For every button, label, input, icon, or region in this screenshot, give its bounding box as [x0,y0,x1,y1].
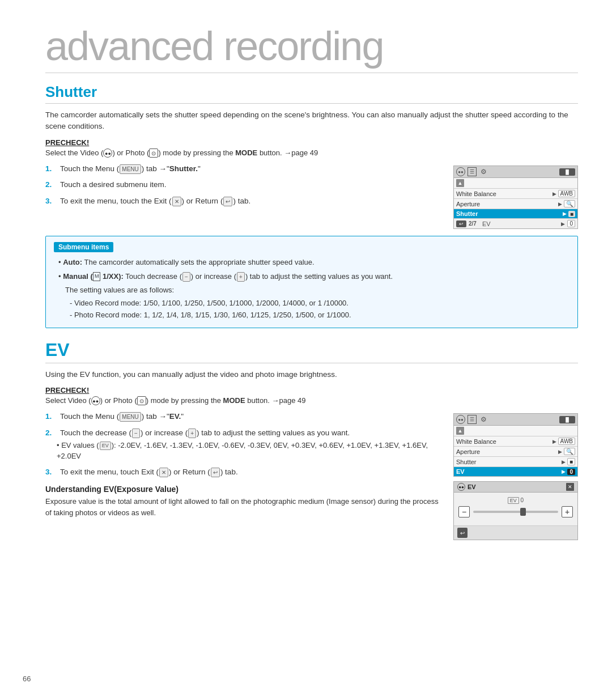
up-btn: ▲ [456,179,464,187]
aperture-arrow: ▶ [558,201,562,207]
precheck-mode-bold: MODE [235,149,257,157]
submenu-manual-bold: Manual (M 1/XX): [63,272,124,281]
aperture-value: 🔍 [564,200,575,207]
decrease-icon: − [182,272,190,282]
list-icon: ☰ [468,167,477,176]
ev-slider-track[interactable] [473,511,558,513]
gear-icon: ⚙ [479,167,488,176]
shutter-steps-container: 1. Touch the Menu (MENU) tab →"Shutter."… [45,163,578,229]
ev-minus-button[interactable]: − [458,506,470,517]
increase-icon: + [237,272,245,282]
white-balance-arrow: ▶ [552,191,556,197]
ev-aperture-value: 🔍 [564,448,575,455]
ev-step-3-text: To exit the menu, touch Exit (✕) or Retu… [60,466,238,478]
ev-video-icon: ●● [456,415,465,424]
ev-step-2-text: Touch the decrease (−) or increase (+) t… [60,427,350,439]
ui-shutter-row-active: Shutter ▶ ■ [454,209,577,219]
ev-shutter-value: ■ [567,458,575,465]
ev-gear-icon: ⚙ [479,415,488,424]
shutter-precheck-text: Select the Video (●●) or Photo (⊙) mode … [45,149,578,158]
ev-value: 0 [567,220,575,227]
ev-precheck-mode-bold: MODE [223,396,245,405]
ev-slider-icon-label: EV 0 [458,497,573,504]
exit-icon: ✕ [172,197,181,206]
ev-slider-back-btn[interactable]: ↩ [457,528,468,538]
ev-ui-screenshot-1: ●● ☰ ⚙ ▐▌ ▲ White Balance ▶ AWB Aperture… [453,413,578,477]
ev-slider-close-btn[interactable]: ✕ [566,483,574,491]
white-balance-label: White Balance [456,190,551,197]
ui-up-nav: ▲ [454,178,577,189]
ev-arrow: ▶ [561,221,565,227]
shutter-submenu-box: Submenu items Auto: The camcorder automa… [45,236,578,328]
ev-slider-back-row: ↩ [454,525,577,540]
ev-slider-box: ●● EV ✕ EV 0 − + [453,481,578,540]
ev-label: EV [479,220,559,227]
ev-shutter-arrow: ▶ [562,459,566,465]
shutter-step-3: 3. To exit the menu, touch the Exit (✕) … [45,196,442,207]
ev-step-1-text: Touch the Menu (MENU) tab →"EV." [60,411,184,422]
ev-aperture-label: Aperture [456,448,556,455]
ev-wb-arrow: ▶ [552,439,556,444]
ev-section: EV Using the EV function, you can manual… [45,340,578,541]
ev-menu-icon: MENU [120,412,141,422]
step-1-num: 1. [45,163,57,175]
submenu-auto-item: Auto: The camcorder automatically sets t… [54,257,570,268]
return-icon: ↩ [223,197,232,206]
ev-steps-container: 1. Touch the Menu (MENU) tab →"EV." 2. T… [45,411,578,540]
ev-step-2-num: 2. [45,427,57,439]
ev-ui-up-nav: ▲ [454,426,577,436]
ev-list-icon: ☰ [468,415,477,424]
ev-heading: EV [45,340,578,363]
page-number: 66 [23,674,31,683]
ui-bottom-row: ↩ 2/7 EV ▶ 0 [454,219,577,228]
ev-active-row: EV ▶ 0 [454,467,577,476]
ev-step-3: 3. To exit the menu, touch Exit (✕) or R… [45,466,442,478]
ev-slider-controls: − + [458,506,573,517]
ev-slider-thumb [520,508,526,516]
ev-exit-icon: ✕ [159,468,168,477]
submenu-sub-text: The setting values are as follows: [54,285,570,296]
shutter-step-1: 1. Touch the Menu (MENU) tab →"Shutter." [45,163,442,175]
submenu-title: Submenu items [54,242,113,252]
ev-decrease-icon: − [132,429,140,438]
ev-description: Using the EV function, you can manually … [45,369,578,380]
shutter-row-value: ■ [568,211,575,217]
shutter-step-2: 2. Touch a desired submenu item. [45,179,442,190]
page-title: advanced recording [45,23,578,73]
ev-precheck-page: →page 49 [272,396,306,405]
submenu-photo-values: - Photo Record mode: 1, 1/2, 1/4, 1/8, 1… [54,309,570,321]
understanding-ev-heading: Understanding EV(Exposure Value) [45,485,442,494]
ev-precheck-text: Select Video (●●) or Photo (⊙) mode by p… [45,396,578,406]
step-2-text: Touch a desired submenu item. [60,179,167,190]
understanding-ev-text: Exposure value is the total amount of li… [45,496,442,518]
ev-slider-title: EV [468,483,564,490]
ev-wb-label: White Balance [456,438,551,445]
ev-plus-button[interactable]: + [562,506,573,517]
shutter-row-label: Shutter [456,210,561,217]
ev-shutter-label: Shutter [456,459,560,465]
ev-increase-icon: + [188,429,196,438]
step-1-text: Touch the Menu (MENU) tab →"Shutter." [60,163,201,175]
shutter-heading: Shutter [45,83,578,104]
ev-return-icon: ↩ [211,468,220,477]
shutter-ui-screenshot: ●● ☰ ⚙ ▐▌ ▲ White Balance ▶ AWB Aperture… [453,166,578,229]
ev-step-1-num: 1. [45,411,57,422]
aperture-label: Aperture [456,201,556,207]
ui-top-bar: ●● ☰ ⚙ ▐▌ [454,166,577,178]
shutter-precheck-page: →page 49 [284,149,318,157]
white-balance-value: AWB [558,190,575,197]
ev-active-value: 0 [567,469,575,475]
ev-up-btn: ▲ [456,427,464,435]
ev-slider-body: EV 0 − + [454,493,577,525]
shutter-section: Shutter The camcorder automatically sets… [45,83,578,328]
submenu-video-values: - Video Record mode: 1/50, 1/100, 1/250,… [54,298,570,309]
ui-white-balance-row: White Balance ▶ AWB [454,189,577,199]
submenu-auto-bold: Auto: [63,258,82,266]
ev-aperture-row: Aperture ▶ 🔍 [454,447,577,457]
shutter-row-arrow: ▶ [563,211,567,217]
shutter-description: The camcorder automatically sets the shu… [45,109,578,133]
ev-active-arrow: ▶ [562,469,566,474]
battery-icon: ▐▌ [559,168,575,176]
shutter-precheck-label: PRECHECK! [45,138,578,147]
understanding-ev-block: Understanding EV(Exposure Value) Exposur… [45,485,442,518]
